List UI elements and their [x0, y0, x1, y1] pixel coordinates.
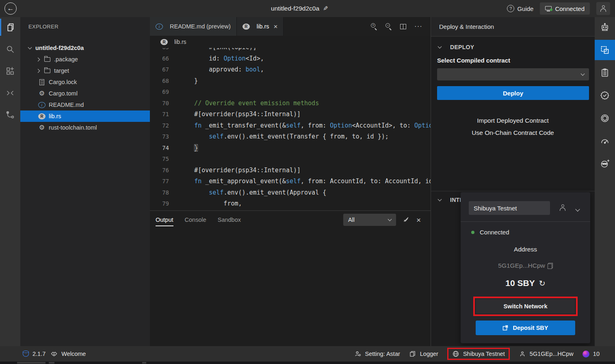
- folder-icon: [43, 69, 51, 73]
- account-badge-icon: [519, 350, 526, 358]
- panel-tab-console[interactable]: Console: [185, 211, 206, 229]
- verified-icon[interactable]: [595, 85, 615, 106]
- code-editor[interactable]: 65 #[ink(topic)]66 id: Option<Id>,67 app…: [150, 48, 431, 210]
- copy-address-icon[interactable]: [548, 263, 553, 269]
- network-item[interactable]: Shibuya Testnet: [447, 348, 510, 360]
- connected-button[interactable]: Connected: [540, 2, 590, 15]
- code-line-68: 68 }: [150, 76, 431, 87]
- setting-label: Setting: Astar: [365, 351, 400, 357]
- rust-icon: R: [160, 39, 168, 45]
- tree-item-target[interactable]: target: [20, 65, 150, 76]
- deploy-icon[interactable]: [595, 40, 615, 60]
- graph-icon[interactable]: [0, 105, 20, 125]
- polkadot-icon: [583, 351, 589, 358]
- more-actions-icon[interactable]: ···: [414, 22, 422, 30]
- chevron-right-icon: [36, 57, 40, 61]
- chevron-down-icon: [388, 217, 392, 221]
- zoom-out-icon[interactable]: −: [385, 23, 392, 30]
- monitor-icon: [545, 6, 552, 11]
- tab-readme[interactable]: i README.md (preview): [150, 17, 237, 36]
- panel-tab-sandbox[interactable]: Sandbox: [218, 211, 241, 229]
- tree-item-cargo-toml[interactable]: ⚙Cargo.toml: [20, 88, 150, 99]
- collapse-icon[interactable]: [0, 83, 20, 103]
- search-icon[interactable]: [0, 39, 20, 59]
- wallet-card: Shibuya Testnet Connected Address 5G1GEp…: [461, 192, 590, 343]
- openai-icon[interactable]: [595, 108, 615, 128]
- code-line-76: 76 #[overrider(psp34::Internal)]: [150, 165, 431, 176]
- code-line-79: 79 from,: [150, 198, 431, 210]
- edit-title-icon[interactable]: ✎: [323, 5, 328, 12]
- deploy-interaction-panel: Deploy & Interaction DEPLOY Select Compi…: [431, 17, 595, 346]
- right-activity-bar: [595, 17, 615, 346]
- setting-item[interactable]: Setting: Astar: [354, 350, 400, 358]
- logger-icon: [409, 350, 416, 358]
- info-icon: i: [156, 24, 163, 30]
- top-bar: ← untitled-f29d2c0a ✎ ? Guide Connected: [0, 0, 615, 17]
- split-editor-icon[interactable]: [400, 24, 406, 29]
- compiled-contract-select[interactable]: [437, 68, 589, 80]
- tab-librs[interactable]: R lib.rs ×: [237, 17, 284, 36]
- balance-item[interactable]: 10: [583, 351, 600, 358]
- import-contract-link[interactable]: Import Deployed Contract: [431, 117, 595, 124]
- refresh-balance-icon[interactable]: ↻: [539, 279, 546, 288]
- tree-item-readme-md[interactable]: iREADME.md: [20, 99, 150, 110]
- panel-tab-output[interactable]: Output: [156, 211, 173, 229]
- clear-output-icon[interactable]: [403, 216, 410, 223]
- globe-icon: [452, 350, 459, 358]
- project-title: untitled-f29d2c0a: [271, 5, 319, 12]
- gauge-icon[interactable]: [595, 131, 615, 151]
- info-icon: i: [38, 102, 45, 108]
- network-value: Shibuya Testnet: [474, 205, 517, 212]
- status-dot-icon: [471, 231, 474, 234]
- tree-root[interactable]: untitled-f29d2c0a: [20, 42, 150, 54]
- version-item[interactable]: 2.1.7: [23, 351, 45, 358]
- ide-window: ← untitled-f29d2c0a ✎ ? Guide Connected …: [0, 0, 615, 364]
- tree-item-cargo-lock[interactable]: Cargo.lock: [20, 76, 150, 88]
- deploy-button[interactable]: Deploy: [437, 86, 589, 100]
- guide-button[interactable]: ? Guide: [507, 5, 533, 12]
- robot-icon[interactable]: [595, 17, 615, 37]
- rust-icon: R: [38, 113, 45, 119]
- handshake-icon: [50, 350, 58, 358]
- gear-icon: ⚙: [38, 90, 45, 97]
- tree-item-lib-rs[interactable]: Rlib.rs: [20, 110, 150, 122]
- network-select[interactable]: Shibuya Testnet: [469, 201, 550, 215]
- select-contract-label: Select Compiled contract: [437, 57, 510, 64]
- account-item[interactable]: 5G1GEp...HCpw: [519, 350, 574, 358]
- tree-item--package[interactable]: .package: [20, 54, 150, 65]
- close-panel-icon[interactable]: ×: [416, 216, 421, 224]
- rust-icon: R: [243, 24, 250, 30]
- incognito-icon[interactable]: [595, 154, 615, 174]
- tree-item-rust-toolchain-toml[interactable]: ⚙rust-toolchain.toml: [20, 122, 150, 133]
- zoom-in-icon[interactable]: +: [371, 23, 377, 30]
- code-line-78: 78 self.env().emit_event(Approval {: [150, 187, 431, 199]
- output-filter-select[interactable]: All: [343, 214, 396, 226]
- editor-tab-bar: i README.md (preview) R lib.rs × + − ···: [150, 17, 431, 36]
- close-tab-icon[interactable]: ×: [273, 23, 277, 30]
- deploy-section-header[interactable]: DEPLOY: [438, 44, 474, 50]
- switch-network-button[interactable]: Switch Network: [476, 299, 575, 314]
- logger-label: Logger: [420, 351, 438, 357]
- address-label: Address: [461, 246, 590, 253]
- files-icon[interactable]: [0, 17, 20, 37]
- panel-title: Deploy & Interaction: [431, 17, 595, 37]
- clipboard-icon[interactable]: [595, 63, 615, 83]
- editor-area: i README.md (preview) R lib.rs × + − ···…: [150, 17, 431, 210]
- account-label: 5G1GEp...HCpw: [530, 351, 574, 357]
- breadcrumb[interactable]: R lib.rs: [150, 36, 431, 48]
- avatar-button[interactable]: [596, 2, 610, 15]
- filter-value: All: [348, 217, 355, 223]
- database-icon: [23, 351, 29, 358]
- code-line-66: 66 id: Option<Id>,: [150, 53, 431, 65]
- onchain-code-link[interactable]: Use On-Chain Contract Code: [431, 129, 595, 136]
- welcome-item[interactable]: Welcome: [50, 350, 86, 358]
- back-icon[interactable]: ←: [4, 2, 17, 15]
- chevron-down-icon[interactable]: [575, 207, 580, 211]
- deposit-sby-button[interactable]: Deposit SBY: [476, 321, 575, 335]
- logger-item[interactable]: Logger: [409, 350, 438, 358]
- version-label: 2.1.7: [32, 351, 45, 357]
- extensions-icon[interactable]: [0, 61, 20, 81]
- external-link-icon: [502, 325, 508, 331]
- account-icon[interactable]: [559, 204, 566, 211]
- bottom-edge-sliver: [0, 362, 615, 364]
